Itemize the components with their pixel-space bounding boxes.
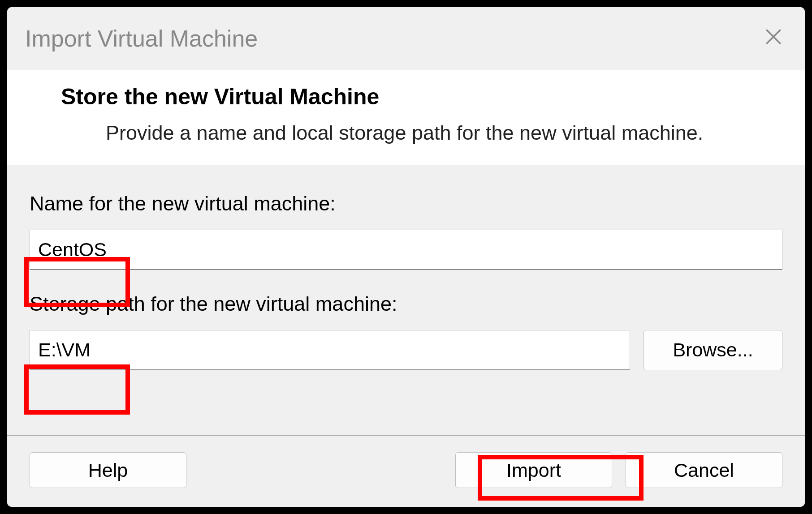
import-vm-dialog: Import Virtual Machine Store the new Vir… [7, 7, 805, 507]
path-field-label: Storage path for the new virtual machine… [30, 292, 782, 316]
footer: Help Import Cancel [7, 435, 805, 507]
name-field-label: Name for the new virtual machine: [30, 192, 782, 215]
footer-right-group: Import Cancel [455, 452, 782, 488]
cancel-button[interactable]: Cancel [626, 452, 782, 488]
path-field-row: Browse... [30, 330, 782, 370]
help-button[interactable]: Help [30, 452, 186, 488]
import-button[interactable]: Import [455, 452, 612, 488]
vm-name-input[interactable] [30, 230, 782, 270]
header-section: Store the new Virtual Machine Provide a … [7, 70, 805, 165]
close-button[interactable] [760, 23, 787, 50]
dialog-title: Import Virtual Machine [25, 25, 258, 52]
body-section: Name for the new virtual machine: Storag… [7, 165, 805, 435]
storage-path-input[interactable] [30, 330, 630, 370]
header-description: Provide a name and local storage path fo… [61, 120, 782, 147]
header-title: Store the new Virtual Machine [61, 84, 782, 110]
browse-button[interactable]: Browse... [644, 330, 782, 370]
titlebar: Import Virtual Machine [7, 7, 805, 70]
name-field-row [30, 230, 782, 270]
close-icon [764, 27, 783, 46]
